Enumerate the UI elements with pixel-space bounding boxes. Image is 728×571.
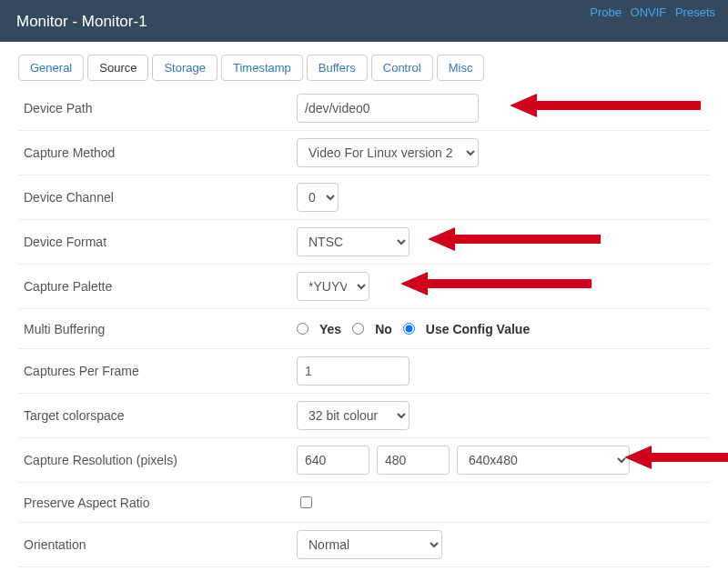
- header-links: Probe ONVIF Presets: [584, 5, 715, 19]
- radio-label-no: No: [375, 322, 392, 336]
- radio-config[interactable]: [403, 323, 415, 335]
- input-res-height[interactable]: [377, 446, 450, 475]
- row-preserve-aspect: Preserve Aspect Ratio: [18, 483, 710, 523]
- probe-link[interactable]: Probe: [590, 5, 622, 19]
- label-orientation: Orientation: [24, 537, 297, 552]
- row-device-channel: Device Channel 0: [18, 175, 710, 220]
- label-device-format: Device Format: [24, 235, 297, 249]
- tab-control[interactable]: Control: [371, 55, 433, 81]
- label-target-colorspace: Target colorspace: [24, 408, 297, 423]
- radio-label-config: Use Config Value: [426, 322, 530, 336]
- row-orientation: Orientation Normal: [18, 523, 710, 567]
- row-multi-buffering: Multi Buffering Yes No Use Config Value: [18, 309, 710, 349]
- onvif-link[interactable]: ONVIF: [631, 5, 667, 19]
- select-device-channel[interactable]: 0: [297, 183, 339, 212]
- row-deinterlacing: Deinterlacing 0: [18, 567, 710, 571]
- label-multi-buffering: Multi Buffering: [24, 322, 297, 336]
- tab-timestamp[interactable]: Timestamp: [221, 55, 303, 81]
- row-capture-resolution: Capture Resolution (pixels) 640x480: [18, 438, 710, 483]
- row-target-colorspace: Target colorspace 32 bit colour: [18, 394, 710, 438]
- tab-storage[interactable]: Storage: [152, 55, 217, 81]
- label-capture-method: Capture Method: [24, 145, 297, 160]
- select-orientation[interactable]: Normal: [297, 530, 442, 559]
- tab-bar: General Source Storage Timestamp Buffers…: [18, 55, 710, 81]
- label-capture-palette: Capture Palette: [24, 279, 297, 294]
- select-target-colorspace[interactable]: 32 bit colour: [297, 401, 410, 430]
- row-capture-method: Capture Method Video For Linux version 2: [18, 131, 710, 175]
- tab-general[interactable]: General: [18, 55, 84, 81]
- row-captures-per-frame: Captures Per Frame: [18, 349, 710, 394]
- tab-misc[interactable]: Misc: [437, 55, 485, 81]
- row-device-path: Device Path: [18, 86, 710, 131]
- input-res-width[interactable]: [297, 446, 369, 475]
- header-bar: Probe ONVIF Presets Monitor - Monitor-1: [0, 0, 728, 42]
- checkbox-preserve-aspect[interactable]: [300, 496, 312, 508]
- label-device-channel: Device Channel: [24, 190, 297, 205]
- select-res-preset[interactable]: 640x480: [457, 446, 630, 475]
- input-device-path[interactable]: [297, 94, 479, 123]
- radio-group-multi-buffering: Yes No Use Config Value: [297, 322, 704, 336]
- tab-buffers[interactable]: Buffers: [307, 55, 368, 81]
- radio-label-yes: Yes: [319, 322, 341, 336]
- radio-yes[interactable]: [297, 323, 308, 335]
- select-capture-method[interactable]: Video For Linux version 2: [297, 138, 479, 167]
- input-captures-per-frame[interactable]: [297, 356, 410, 386]
- label-device-path: Device Path: [24, 101, 297, 115]
- label-captures-per-frame: Captures Per Frame: [24, 364, 297, 378]
- tab-source[interactable]: Source: [87, 55, 148, 81]
- label-capture-resolution: Capture Resolution (pixels): [24, 453, 297, 467]
- row-capture-palette: Capture Palette *YUYV: [18, 265, 710, 309]
- select-capture-palette[interactable]: *YUYV: [297, 272, 369, 301]
- presets-link[interactable]: Presets: [675, 5, 715, 19]
- content-area: General Source Storage Timestamp Buffers…: [0, 42, 728, 571]
- radio-no[interactable]: [352, 323, 364, 335]
- row-device-format: Device Format NTSC: [18, 220, 710, 265]
- label-preserve-aspect: Preserve Aspect Ratio: [24, 496, 297, 510]
- select-device-format[interactable]: NTSC: [297, 227, 410, 256]
